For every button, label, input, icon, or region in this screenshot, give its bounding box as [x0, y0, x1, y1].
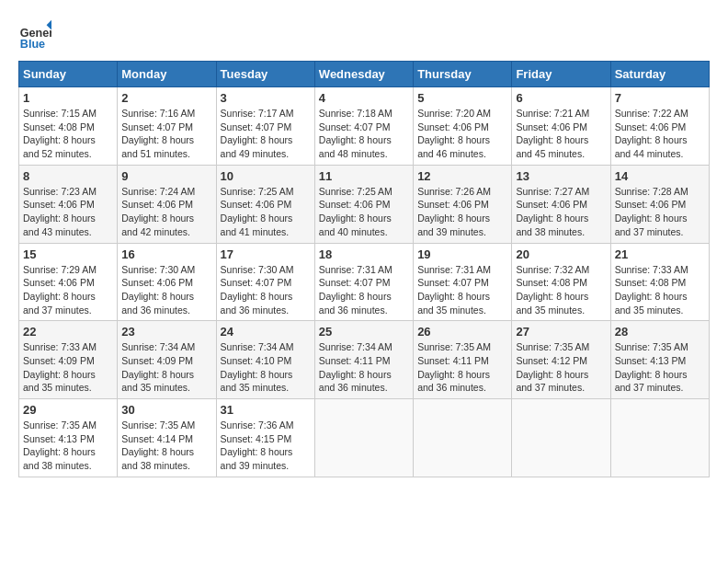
- day-detail: Sunrise: 7:33 AMSunset: 4:08 PMDaylight:…: [615, 264, 688, 316]
- day-detail: Sunrise: 7:35 AMSunset: 4:14 PMDaylight:…: [121, 419, 195, 471]
- day-detail: Sunrise: 7:25 AMSunset: 4:06 PMDaylight:…: [221, 186, 294, 237]
- day-number: 14: [615, 169, 705, 183]
- day-number: 17: [221, 247, 311, 261]
- day-detail: Sunrise: 7:33 AMSunset: 4:09 PMDaylight:…: [23, 341, 97, 393]
- calendar-cell: 6Sunrise: 7:21 AMSunset: 4:06 PMDaylight…: [512, 87, 610, 166]
- day-detail: Sunrise: 7:16 AMSunset: 4:07 PMDaylight:…: [121, 108, 195, 159]
- calendar-cell: 12Sunrise: 7:26 AMSunset: 4:06 PMDayligh…: [414, 165, 512, 243]
- calendar-cell: 15Sunrise: 7:29 AMSunset: 4:06 PMDayligh…: [19, 243, 118, 321]
- day-number: 5: [417, 91, 507, 105]
- calendar-cell: 28Sunrise: 7:35 AMSunset: 4:13 PMDayligh…: [610, 321, 709, 399]
- day-number: 1: [23, 91, 113, 105]
- calendar-cell: 10Sunrise: 7:25 AMSunset: 4:06 PMDayligh…: [216, 165, 314, 243]
- calendar-cell: 22Sunrise: 7:33 AMSunset: 4:09 PMDayligh…: [19, 321, 118, 399]
- day-detail: Sunrise: 7:26 AMSunset: 4:06 PMDaylight:…: [417, 186, 491, 237]
- day-number: 27: [516, 325, 606, 339]
- day-number: 16: [121, 247, 211, 261]
- weekday-header: Saturday: [610, 62, 709, 87]
- day-number: 30: [121, 403, 211, 417]
- weekday-header: Monday: [118, 62, 216, 87]
- day-detail: Sunrise: 7:22 AMSunset: 4:06 PMDaylight:…: [615, 108, 688, 159]
- day-detail: Sunrise: 7:34 AMSunset: 4:11 PMDaylight:…: [319, 341, 392, 393]
- day-detail: Sunrise: 7:29 AMSunset: 4:06 PMDaylight:…: [23, 264, 97, 316]
- weekday-header: Tuesday: [216, 62, 314, 87]
- day-number: 7: [615, 91, 705, 105]
- day-number: 19: [417, 247, 507, 261]
- day-number: 6: [516, 91, 606, 105]
- calendar-cell: 24Sunrise: 7:34 AMSunset: 4:10 PMDayligh…: [216, 321, 314, 399]
- day-detail: Sunrise: 7:31 AMSunset: 4:07 PMDaylight:…: [417, 264, 491, 316]
- day-detail: Sunrise: 7:31 AMSunset: 4:07 PMDaylight:…: [319, 264, 392, 316]
- weekday-header: Friday: [512, 62, 610, 87]
- day-detail: Sunrise: 7:35 AMSunset: 4:13 PMDaylight:…: [23, 419, 97, 471]
- calendar-week-row: 15Sunrise: 7:29 AMSunset: 4:06 PMDayligh…: [19, 243, 710, 321]
- calendar-cell: 26Sunrise: 7:35 AMSunset: 4:11 PMDayligh…: [414, 321, 512, 399]
- calendar-cell: 21Sunrise: 7:33 AMSunset: 4:08 PMDayligh…: [610, 243, 709, 321]
- day-number: 13: [516, 169, 606, 183]
- day-number: 3: [221, 91, 311, 105]
- day-detail: Sunrise: 7:25 AMSunset: 4:06 PMDaylight:…: [319, 186, 392, 237]
- calendar-cell: 30Sunrise: 7:35 AMSunset: 4:14 PMDayligh…: [118, 399, 216, 477]
- calendar-cell: 9Sunrise: 7:24 AMSunset: 4:06 PMDaylight…: [118, 165, 216, 243]
- day-number: 12: [417, 169, 507, 183]
- day-detail: Sunrise: 7:18 AMSunset: 4:07 PMDaylight:…: [319, 108, 392, 159]
- logo: General Blue: [18, 18, 51, 52]
- calendar-cell: [414, 399, 512, 477]
- day-detail: Sunrise: 7:35 AMSunset: 4:12 PMDaylight:…: [516, 341, 589, 393]
- calendar-cell: 2Sunrise: 7:16 AMSunset: 4:07 PMDaylight…: [118, 87, 216, 166]
- calendar-week-row: 29Sunrise: 7:35 AMSunset: 4:13 PMDayligh…: [19, 399, 710, 477]
- calendar-cell: 23Sunrise: 7:34 AMSunset: 4:09 PMDayligh…: [118, 321, 216, 399]
- calendar-cell: 3Sunrise: 7:17 AMSunset: 4:07 PMDaylight…: [216, 87, 314, 166]
- calendar-header-row: SundayMondayTuesdayWednesdayThursdayFrid…: [19, 62, 710, 87]
- calendar-cell: 5Sunrise: 7:20 AMSunset: 4:06 PMDaylight…: [414, 87, 512, 166]
- day-detail: Sunrise: 7:30 AMSunset: 4:06 PMDaylight:…: [121, 264, 195, 316]
- calendar-cell: 4Sunrise: 7:18 AMSunset: 4:07 PMDaylight…: [314, 87, 413, 166]
- page-header: General Blue: [18, 18, 710, 52]
- day-detail: Sunrise: 7:28 AMSunset: 4:06 PMDaylight:…: [615, 186, 688, 237]
- day-number: 10: [221, 169, 311, 183]
- day-number: 15: [23, 247, 113, 261]
- calendar-cell: 14Sunrise: 7:28 AMSunset: 4:06 PMDayligh…: [610, 165, 709, 243]
- day-detail: Sunrise: 7:23 AMSunset: 4:06 PMDaylight:…: [23, 186, 97, 237]
- day-number: 9: [121, 169, 211, 183]
- weekday-header: Thursday: [414, 62, 512, 87]
- day-detail: Sunrise: 7:34 AMSunset: 4:10 PMDaylight:…: [221, 341, 294, 393]
- calendar-cell: 20Sunrise: 7:32 AMSunset: 4:08 PMDayligh…: [512, 243, 610, 321]
- day-number: 26: [417, 325, 507, 339]
- day-detail: Sunrise: 7:36 AMSunset: 4:15 PMDaylight:…: [221, 419, 294, 471]
- day-detail: Sunrise: 7:15 AMSunset: 4:08 PMDaylight:…: [23, 108, 97, 159]
- day-number: 29: [23, 403, 113, 417]
- day-number: 21: [615, 247, 705, 261]
- calendar-cell: 19Sunrise: 7:31 AMSunset: 4:07 PMDayligh…: [414, 243, 512, 321]
- calendar-cell: 27Sunrise: 7:35 AMSunset: 4:12 PMDayligh…: [512, 321, 610, 399]
- day-detail: Sunrise: 7:20 AMSunset: 4:06 PMDaylight:…: [417, 108, 491, 159]
- calendar-cell: [610, 399, 709, 477]
- day-detail: Sunrise: 7:34 AMSunset: 4:09 PMDaylight:…: [121, 341, 195, 393]
- day-number: 31: [221, 403, 311, 417]
- weekday-header: Sunday: [19, 62, 118, 87]
- day-number: 11: [319, 169, 409, 183]
- day-detail: Sunrise: 7:24 AMSunset: 4:06 PMDaylight:…: [121, 186, 195, 237]
- day-detail: Sunrise: 7:35 AMSunset: 4:11 PMDaylight:…: [417, 341, 491, 393]
- calendar-cell: 7Sunrise: 7:22 AMSunset: 4:06 PMDaylight…: [610, 87, 709, 166]
- day-detail: Sunrise: 7:17 AMSunset: 4:07 PMDaylight:…: [221, 108, 294, 159]
- calendar-cell: 8Sunrise: 7:23 AMSunset: 4:06 PMDaylight…: [19, 165, 118, 243]
- day-number: 8: [23, 169, 113, 183]
- calendar-week-row: 1Sunrise: 7:15 AMSunset: 4:08 PMDaylight…: [19, 87, 710, 166]
- day-detail: Sunrise: 7:30 AMSunset: 4:07 PMDaylight:…: [221, 264, 294, 316]
- calendar-cell: [314, 399, 413, 477]
- day-detail: Sunrise: 7:32 AMSunset: 4:08 PMDaylight:…: [516, 264, 589, 316]
- calendar-cell: 31Sunrise: 7:36 AMSunset: 4:15 PMDayligh…: [216, 399, 314, 477]
- day-number: 28: [615, 325, 705, 339]
- day-detail: Sunrise: 7:27 AMSunset: 4:06 PMDaylight:…: [516, 186, 589, 237]
- calendar-body: 1Sunrise: 7:15 AMSunset: 4:08 PMDaylight…: [19, 87, 710, 477]
- day-number: 24: [221, 325, 311, 339]
- svg-text:Blue: Blue: [20, 38, 45, 51]
- logo-icon: General Blue: [18, 18, 51, 52]
- calendar-table: SundayMondayTuesdayWednesdayThursdayFrid…: [18, 61, 710, 477]
- day-detail: Sunrise: 7:21 AMSunset: 4:06 PMDaylight:…: [516, 108, 589, 159]
- day-detail: Sunrise: 7:35 AMSunset: 4:13 PMDaylight:…: [615, 341, 688, 393]
- calendar-cell: [512, 399, 610, 477]
- calendar-cell: 29Sunrise: 7:35 AMSunset: 4:13 PMDayligh…: [19, 399, 118, 477]
- calendar-cell: 16Sunrise: 7:30 AMSunset: 4:06 PMDayligh…: [118, 243, 216, 321]
